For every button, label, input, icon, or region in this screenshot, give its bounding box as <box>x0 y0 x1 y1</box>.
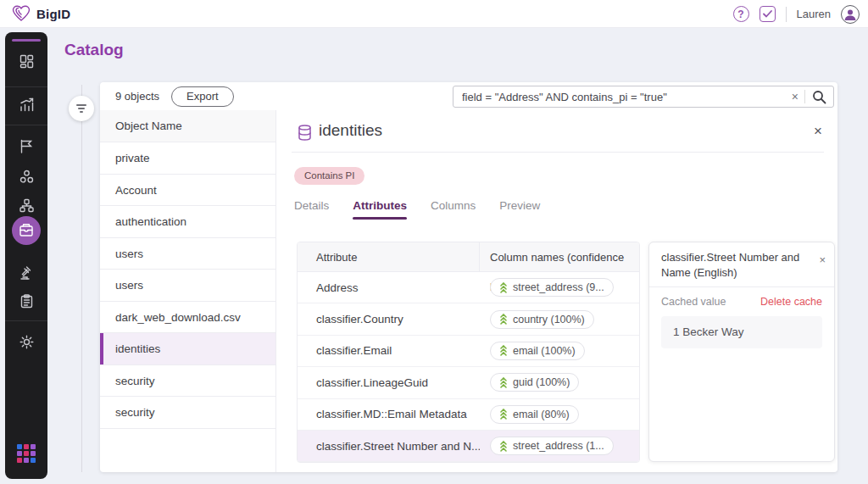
filter-rail-line <box>81 85 82 472</box>
column-pill[interactable]: email (100%) <box>490 342 585 360</box>
clipboard-icon <box>20 294 33 309</box>
sidebar-item-tasks[interactable] <box>5 290 47 312</box>
search-box: × <box>453 86 834 108</box>
help-icon[interactable]: ? <box>733 6 749 22</box>
filter-toggle-button[interactable] <box>69 96 94 121</box>
catalog-content-card: 9 objects Export × Object Name private A… <box>100 82 837 472</box>
pill-label: email (80%) <box>513 409 570 420</box>
catalog-toolbar: 9 objects Export × <box>100 82 837 110</box>
sidebar-item-apps[interactable] <box>5 442 47 465</box>
sidebar-item-dashboard[interactable] <box>5 50 47 72</box>
column-pill[interactable]: street_address (9... <box>490 278 614 297</box>
dashboard-icon <box>19 54 34 69</box>
cached-value-label: Cached value <box>661 296 726 308</box>
gavel-icon <box>19 266 34 281</box>
table-row[interactable]: classifier.LineageGuid guid (100%) <box>298 367 639 398</box>
attributes-table: Attribute Column names (confidence level… <box>297 242 640 463</box>
object-list-header: Object Name <box>100 110 275 142</box>
filter-icon <box>76 104 86 113</box>
details-divider <box>292 152 824 153</box>
chart-trend-icon <box>19 97 34 112</box>
table-row[interactable]: classifier.Country country (100%) <box>298 303 639 335</box>
app-window: BigID ? Lauren <box>0 0 868 484</box>
column-pill[interactable]: email (80%) <box>490 405 579 424</box>
tab-columns[interactable]: Columns <box>431 199 476 220</box>
search-submit-button[interactable] <box>805 90 833 104</box>
tab-details[interactable]: Details <box>294 199 329 220</box>
hierarchy-icon <box>19 198 34 213</box>
cached-panel-close-icon[interactable]: × <box>819 253 826 268</box>
tab-preview[interactable]: Preview <box>499 199 540 220</box>
attribute-name: classifier.LineageGuid <box>298 376 480 389</box>
topbar-divider <box>786 7 787 22</box>
object-row[interactable]: authentication <box>100 206 275 238</box>
delete-cache-link[interactable]: Delete cache <box>760 296 822 308</box>
sidebar-item-reports[interactable] <box>5 93 47 115</box>
sidebar-item-cluster-analysis[interactable] <box>5 165 47 187</box>
column-header-attribute: Attribute <box>298 242 480 271</box>
user-avatar[interactable] <box>841 5 860 24</box>
confidence-icon <box>499 345 508 356</box>
cached-value-text: 1 Becker Way <box>661 316 822 348</box>
attributes-table-header: Attribute Column names (confidence level… <box>298 242 639 272</box>
attribute-name: classifier.MD::Email Metadata <box>298 408 480 420</box>
top-bar: BigID ? Lauren <box>0 0 868 28</box>
table-row-selected[interactable]: classifier.Street Number and N... street… <box>298 431 639 462</box>
object-row[interactable]: security <box>100 397 275 429</box>
details-tabs: Details Attributes Columns Preview <box>294 199 540 220</box>
confidence-icon <box>499 377 508 388</box>
sidebar-item-policies[interactable] <box>5 135 47 157</box>
sidebar-item-risk[interactable] <box>5 262 47 284</box>
topbar-right-cluster: ? Lauren <box>733 0 860 28</box>
database-icon <box>298 125 312 144</box>
table-row[interactable]: Address street_address (9... <box>298 272 639 303</box>
brand-name: BigID <box>36 7 70 21</box>
export-button[interactable]: Export <box>171 86 234 107</box>
brand-logo[interactable]: BigID <box>12 5 70 22</box>
person-icon <box>843 7 858 22</box>
object-row[interactable]: security <box>100 365 275 398</box>
tasks-icon[interactable] <box>760 6 776 22</box>
cached-value-panel: classifier.Street Number and Name (Engli… <box>648 242 835 462</box>
table-row[interactable]: classifier.MD::Email Metadata email (80%… <box>298 399 639 431</box>
contains-pi-badge: Contains PI <box>294 167 364 185</box>
confidence-icon <box>499 441 508 452</box>
details-close-icon[interactable]: × <box>814 123 822 140</box>
flag-icon <box>19 139 33 153</box>
search-icon <box>812 90 826 104</box>
sidebar-item-data-mapping[interactable] <box>5 194 47 216</box>
attribute-name: Address <box>298 281 480 294</box>
object-row[interactable]: private <box>100 142 275 175</box>
sidebar-accent-bar <box>12 39 41 42</box>
pill-label: guid (100%) <box>513 376 570 388</box>
sidebar-item-catalog-active[interactable] <box>12 216 41 245</box>
catalog-archive-icon <box>19 223 34 238</box>
confidence-icon <box>499 282 508 293</box>
search-input[interactable] <box>453 91 786 103</box>
search-clear-icon[interactable]: × <box>786 90 804 103</box>
details-title: identities <box>319 121 382 140</box>
object-row[interactable]: dark_web_download.csv <box>100 302 275 334</box>
bigid-fingerprint-icon <box>12 5 31 22</box>
pill-label: email (100%) <box>513 345 576 357</box>
object-row[interactable]: users <box>100 238 275 270</box>
confidence-icon <box>499 409 508 420</box>
pill-label: street_address (1... <box>513 440 604 452</box>
gear-icon <box>19 335 34 349</box>
attribute-name: classifier.Street Number and N... <box>298 440 480 453</box>
object-row-selected[interactable]: identities <box>100 333 275 365</box>
tab-attributes[interactable]: Attributes <box>353 199 407 220</box>
object-row[interactable]: Account <box>100 175 275 207</box>
pill-label: country (100%) <box>513 314 585 325</box>
nav-sidebar <box>5 32 47 479</box>
sidebar-item-settings[interactable] <box>5 331 47 353</box>
column-pill[interactable]: country (100%) <box>490 310 594 329</box>
column-pill[interactable]: guid (100%) <box>490 373 579 392</box>
object-row[interactable]: users <box>100 270 275 302</box>
object-list: Object Name private Account authenticati… <box>100 110 276 472</box>
objects-count: 9 objects <box>115 90 159 103</box>
attribute-name: classifier.Country <box>298 313 480 325</box>
column-pill[interactable]: street_address (1... <box>490 437 614 455</box>
table-row[interactable]: classifier.Email email (100%) <box>298 336 639 367</box>
cached-panel-title: classifier.Street Number and Name (Engli… <box>661 251 799 279</box>
